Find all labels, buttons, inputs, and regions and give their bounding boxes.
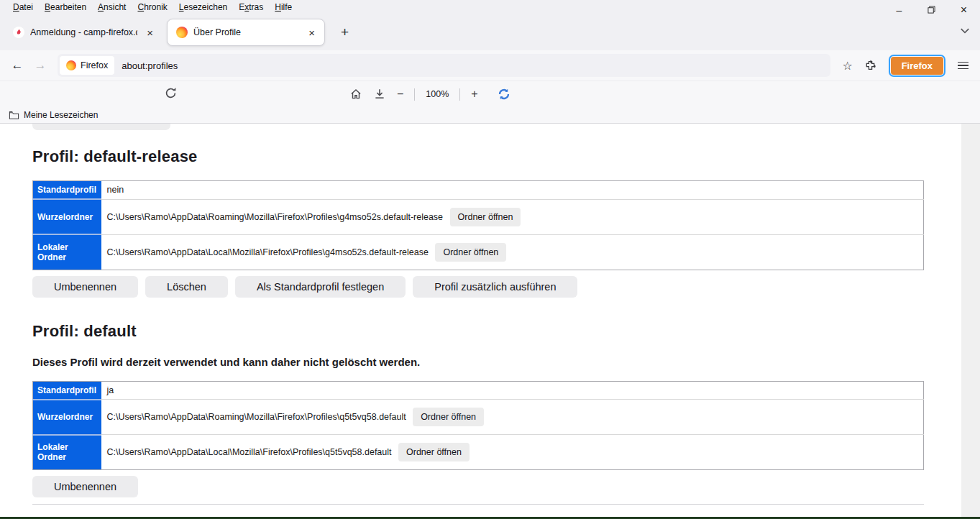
menu-label-accesskey: H (275, 2, 281, 12)
extensions-puzzle-icon[interactable] (859, 60, 882, 72)
menu-label-part: esezeichen (184, 2, 228, 12)
menu-chronik[interactable]: Chronik (132, 1, 173, 14)
firefox-account-button[interactable]: Firefox (891, 57, 943, 75)
menu-label-accesskey: L (179, 2, 184, 12)
folder-icon (9, 110, 19, 120)
row-label: Standardprofil (33, 381, 101, 400)
site-identity-chip[interactable]: Firefox (60, 56, 114, 75)
menu-hilfe[interactable]: Hilfe (269, 1, 298, 14)
cut-off-button[interactable] (32, 124, 170, 130)
table-row: Wurzelordner C:\Users\Ramo\AppData\Roami… (33, 400, 924, 435)
rename-button[interactable]: Umbenennen (32, 276, 138, 298)
tab-title: Über Profile (193, 27, 299, 37)
menu-label-part: hronik (144, 2, 168, 12)
menu-label-accesskey: A (98, 2, 104, 12)
profile-table: Standardprofil ja Wurzelordner C:\Users\… (32, 381, 924, 471)
menu-bar: Datei Bearbeiten Ansicht Chronik Lesezei… (0, 0, 980, 14)
open-folder-button[interactable]: Ordner öffnen (413, 408, 484, 426)
url-bar[interactable]: Firefox about:profiles (58, 54, 830, 77)
profile-actions: Umbenennen (32, 476, 924, 497)
open-folder-button[interactable]: Ordner öffnen (398, 443, 470, 461)
row-value: C:\Users\Ramo\AppData\Local\Mozilla\Fire… (101, 234, 924, 270)
table-row: Standardprofil nein (33, 181, 924, 200)
navigation-bar: ← → Firefox about:profiles ☆ Firefox (0, 50, 980, 81)
table-row: Standardprofil ja (33, 381, 924, 400)
table-row: Wurzelordner C:\Users\Ramo\AppData\Roami… (33, 199, 924, 234)
minimize-icon: – (897, 4, 902, 16)
delete-button[interactable]: Löschen (145, 276, 228, 298)
vertical-scrollbar-track[interactable] (961, 124, 980, 519)
reload-icon[interactable] (164, 86, 178, 100)
folder-path: C:\Users\Ramo\AppData\Roaming\Mozilla\Fi… (107, 412, 406, 422)
row-value: C:\Users\Ramo\AppData\Roaming\Mozilla\Fi… (101, 199, 924, 234)
tab-title: Anmeldung - camp-firefox.de (30, 27, 137, 37)
toolbar-button-group: − 100% + (349, 81, 510, 107)
menu-label-part: nsicht (104, 2, 126, 12)
firefox-icon (66, 60, 76, 70)
restore-icon (928, 6, 935, 14)
sync-extension-icon[interactable] (498, 88, 510, 101)
row-label: Lokaler Ordner (33, 435, 101, 470)
close-window-button[interactable]: × (948, 0, 980, 19)
menu-label-part: earbeiten (50, 2, 86, 12)
open-folder-button[interactable]: Ordner öffnen (435, 243, 506, 262)
tab-camp-firefox[interactable]: Anmeldung - camp-firefox.de × (4, 19, 162, 46)
row-label: Standardprofil (33, 181, 101, 200)
toolbar-separator (459, 88, 460, 101)
zoom-in-button[interactable]: + (471, 88, 477, 101)
menu-bearbeiten[interactable]: Bearbeiten (39, 1, 92, 14)
profile-in-use-note: Dieses Profil wird derzeit verwendet und… (32, 356, 924, 368)
launch-profile-button[interactable]: Profil zusätzlich ausführen (413, 276, 577, 298)
tab-bar: Anmeldung - camp-firefox.de × Über Profi… (0, 14, 980, 50)
flame-favicon-icon (13, 27, 24, 38)
row-value: C:\Users\Ramo\AppData\Local\Mozilla\Fire… (101, 435, 924, 470)
minimize-button[interactable]: – (883, 0, 915, 19)
row-label: Wurzelordner (33, 199, 101, 234)
restore-button[interactable] (915, 0, 948, 19)
menu-label-part: tras (249, 2, 263, 12)
zoom-level-button[interactable]: 100% (426, 89, 449, 99)
app-menu-hamburger-icon[interactable] (952, 59, 974, 73)
page-content: Profil: default-release Standardprofil n… (0, 124, 980, 519)
close-tab-icon[interactable]: × (305, 27, 319, 39)
url-input[interactable]: about:profiles (122, 60, 178, 71)
list-all-tabs-chevron-icon[interactable] (960, 27, 970, 35)
window-controls: – × (883, 0, 980, 19)
download-icon[interactable] (373, 88, 386, 101)
home-icon[interactable] (349, 88, 362, 101)
back-button[interactable]: ← (6, 58, 29, 73)
row-label: Lokaler Ordner (33, 234, 101, 270)
forward-button[interactable]: → (29, 58, 52, 73)
bookmark-star-icon[interactable]: ☆ (836, 59, 859, 73)
row-label: Wurzelordner (33, 400, 101, 435)
menu-ansicht[interactable]: Ansicht (92, 1, 132, 14)
close-icon: × (961, 4, 967, 17)
menu-label-part: atei (19, 2, 33, 12)
close-tab-icon[interactable]: × (143, 27, 157, 39)
row-value: ja (101, 381, 924, 400)
menu-extras[interactable]: Extras (233, 1, 269, 14)
site-chip-label: Firefox (81, 60, 108, 70)
bookmarks-folder-label[interactable]: Meine Lesezeichen (24, 110, 98, 120)
folder-path: C:\Users\Ramo\AppData\Roaming\Mozilla\Fi… (107, 212, 444, 222)
set-default-button[interactable]: Als Standardprofil festlegen (235, 276, 406, 298)
row-value: nein (101, 181, 924, 200)
table-row: Lokaler Ordner C:\Users\Ramo\AppData\Loc… (33, 435, 924, 470)
folder-path: C:\Users\Ramo\AppData\Local\Mozilla\Fire… (107, 447, 392, 457)
menu-lesezeichen[interactable]: Lesezeichen (173, 1, 233, 14)
profile-table: Standardprofil nein Wurzelordner C:\User… (32, 180, 924, 270)
divider (32, 504, 924, 505)
menu-datei[interactable]: Datei (7, 1, 39, 14)
bookmarks-bar: Meine Lesezeichen (0, 106, 980, 124)
zoom-out-button[interactable]: − (397, 88, 403, 101)
folder-path: C:\Users\Ramo\AppData\Local\Mozilla\Fire… (107, 247, 429, 257)
menu-label-accesskey: B (45, 2, 50, 12)
open-folder-button[interactable]: Ordner öffnen (450, 208, 521, 226)
row-value: C:\Users\Ramo\AppData\Roaming\Mozilla\Fi… (101, 400, 924, 435)
tab-ueber-profile[interactable]: Über Profile × (167, 19, 325, 46)
new-tab-button[interactable]: + (335, 23, 354, 42)
firefox-favicon-icon (176, 27, 188, 38)
rename-button[interactable]: Umbenennen (32, 476, 138, 497)
profile-heading: Profil: default (32, 298, 924, 341)
profile-actions: Umbenennen Löschen Als Standardprofil fe… (32, 276, 924, 298)
